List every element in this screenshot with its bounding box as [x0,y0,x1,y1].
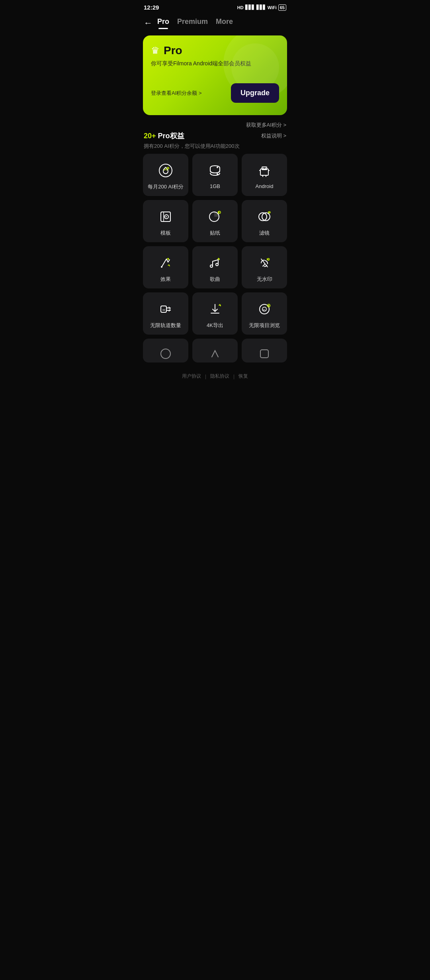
tab-pro[interactable]: Pro [157,18,169,29]
unlimited-projects-label: 无限项目浏览 [249,322,280,329]
filter-label: 滤镜 [259,229,270,237]
hero-card: ♛ Pro 你可享受Filmora Android端全部会员权益 登录查看AI积… [143,35,287,115]
svg-point-2 [217,167,218,168]
svg-point-10 [263,168,264,169]
benefit-unlimited-projects[interactable]: ∞ 无限项目浏览 [242,292,287,335]
wifi-icon: WiFi [268,5,277,10]
nav-bar: ← Pro Premium More [137,13,293,30]
svg-point-21 [216,263,218,266]
status-icons: HD ▋▋▋ ▋▋▋ WiFi 65 [237,4,286,11]
tab-more[interactable]: More [216,18,233,29]
footer-privacy-policy[interactable]: 隐私协议 [210,373,229,380]
hd-badge: HD [237,5,244,10]
unlimited-tracks-label: 无限轨道数量 [150,322,181,329]
hero-bottom: 登录查看AI积分余额 > Upgrade [151,83,279,103]
status-time: 12:29 [144,4,159,11]
ai-credits-label: 每月200 AI积分 [148,183,184,190]
peek-item-3 [242,339,287,363]
footer-user-agreement[interactable]: 用户协议 [182,373,201,380]
filter-icon [256,208,273,225]
benefit-filter[interactable]: 滤镜 [242,200,287,242]
nav-tabs: Pro Premium More [157,18,286,29]
benefit-android[interactable]: Android [242,154,287,196]
tab-premium[interactable]: Premium [177,18,208,29]
svg-point-19 [161,266,162,268]
svg-point-11 [265,168,266,169]
benefits-grid: 每月200 AI积分 1GB [137,154,293,335]
benefit-sticker[interactable]: 贴纸 [192,200,238,242]
benefits-description: 拥有200 AI积分，您可以使用AI功能200次 [137,141,293,154]
android-label: Android [256,183,274,189]
benefit-no-watermark[interactable]: 无水印 [242,246,287,288]
template-label: 模板 [160,229,171,237]
status-bar: 12:29 HD ▋▋▋ ▋▋▋ WiFi 65 [137,0,293,13]
get-more-credits-link[interactable]: 获取更多AI积分 > [246,122,287,129]
no-watermark-label: 无水印 [257,276,272,283]
benefit-storage[interactable]: 1GB [192,154,238,196]
benefit-music[interactable]: 歌曲 [192,246,238,288]
get-more-credits-section: 获取更多AI积分 > [137,119,293,129]
svg-point-20 [210,265,213,267]
svg-point-28 [161,349,170,359]
android-icon [256,162,273,179]
battery-indicator: 65 [278,4,286,11]
benefit-template[interactable]: 模板 [143,200,188,242]
back-button[interactable]: ← [144,16,157,30]
peek-row [137,339,293,363]
benefit-effects[interactable]: 效果 [143,246,188,288]
no-watermark-icon [256,254,273,272]
template-icon [157,208,174,225]
hero-title-row: ♛ Pro [151,44,279,57]
svg-point-0 [159,164,172,177]
crown-icon: ♛ [151,45,160,56]
svg-text:∞: ∞ [162,308,165,312]
unlimited-tracks-icon: ∞ [157,300,174,318]
peek-item-2 [192,339,238,363]
sticker-label: 贴纸 [210,229,220,237]
music-label: 歌曲 [210,276,220,283]
benefits-label: Pro权益 [158,132,184,140]
hero-subtitle: 你可享受Filmora Android端全部会员权益 [151,60,279,67]
footer-restore[interactable]: 恢复 [238,373,248,380]
svg-text:∞: ∞ [263,308,265,312]
svg-point-3 [217,173,218,175]
effects-label: 效果 [160,276,171,283]
footer: 用户协议 | 隐私协议 | 恢复 [137,367,293,386]
pro-benefits-title: 20+ Pro权益 [144,131,184,141]
svg-rect-29 [260,350,268,358]
music-icon [206,254,224,272]
ai-credits-icon [157,162,174,179]
storage-label: 1GB [210,183,220,189]
benefit-4k-export[interactable]: 4K导出 [192,292,238,335]
signal-icon: ▋▋▋ [245,5,255,10]
storage-icon [206,162,224,179]
4k-export-icon [206,300,224,318]
effects-icon [157,254,174,272]
benefits-explain-link[interactable]: 权益说明 > [261,132,286,139]
peek-item-1 [143,339,188,363]
login-credits-link[interactable]: 登录查看AI积分余额 > [151,90,202,97]
hero-title: Pro [164,44,182,57]
signal2-icon: ▋▋▋ [256,5,266,10]
benefits-count: 20+ [144,132,158,140]
benefit-unlimited-tracks[interactable]: ∞ 无限轨道数量 [143,292,188,335]
upgrade-button[interactable]: Upgrade [231,83,279,103]
pro-benefits-header: 20+ Pro权益 权益说明 > [137,129,293,141]
benefit-ai-credits[interactable]: 每月200 AI积分 [143,154,188,196]
4k-export-label: 4K导出 [207,322,223,329]
unlimited-projects-icon: ∞ [256,300,273,318]
sticker-icon [206,208,224,225]
